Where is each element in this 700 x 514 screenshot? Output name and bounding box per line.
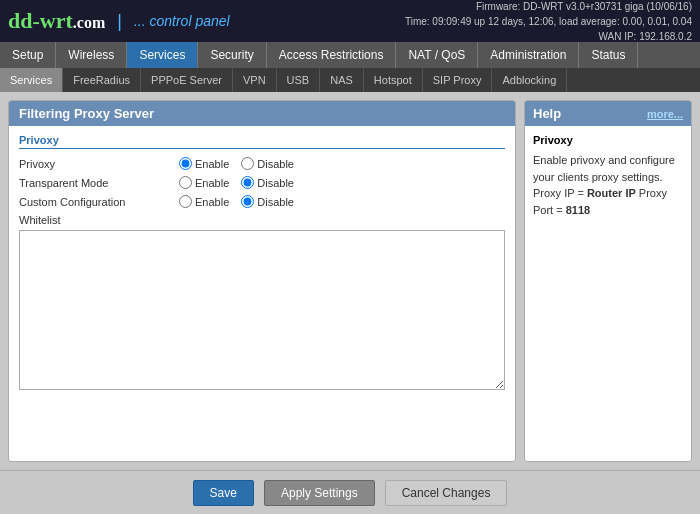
- nav2-services[interactable]: Services: [0, 68, 63, 92]
- transparent-disable-radio[interactable]: [241, 176, 254, 189]
- privoxy-enable-radio[interactable]: [179, 157, 192, 170]
- privoxy-disable-radio[interactable]: [241, 157, 254, 170]
- nav2-sip-proxy[interactable]: SIP Proxy: [423, 68, 493, 92]
- more-link[interactable]: more...: [647, 108, 683, 120]
- custom-config-row: Custom Configuration Enable Disable: [19, 195, 505, 208]
- apply-settings-button[interactable]: Apply Settings: [264, 480, 375, 506]
- save-button[interactable]: Save: [193, 480, 254, 506]
- privoxy-label: Privoxy: [19, 158, 179, 170]
- nav2-nas[interactable]: NAS: [320, 68, 364, 92]
- nav2: Services FreeRadius PPPoE Server VPN USB…: [0, 68, 700, 92]
- firmware-version: Firmware: DD-WRT v3.0+r30731 giga (10/06…: [405, 0, 692, 14]
- help-title: Help: [533, 106, 561, 121]
- nav2-usb[interactable]: USB: [277, 68, 321, 92]
- nav2-pppoe-server[interactable]: PPPoE Server: [141, 68, 233, 92]
- section-label: Privoxy: [19, 134, 505, 149]
- nav1: Setup Wireless Services Security Access …: [0, 42, 700, 68]
- help-content: Privoxy Enable privoxy and configure you…: [525, 126, 691, 226]
- panel-title: Filtering Proxy Server: [9, 101, 515, 126]
- right-panel: Help more... Privoxy Enable privoxy and …: [524, 100, 692, 462]
- left-panel: Filtering Proxy Server Privoxy Privoxy E…: [8, 100, 516, 462]
- nav1-nat-qos[interactable]: NAT / QoS: [396, 42, 478, 68]
- logo: dd-wrt.com: [8, 8, 105, 34]
- transparent-mode-label: Transparent Mode: [19, 177, 179, 189]
- privoxy-enable-option[interactable]: Enable: [179, 157, 229, 170]
- transparent-disable-option[interactable]: Disable: [241, 176, 294, 189]
- custom-disable-radio[interactable]: [241, 195, 254, 208]
- custom-enable-radio[interactable]: [179, 195, 192, 208]
- help-panel-header: Help more...: [525, 101, 691, 126]
- custom-disable-option[interactable]: Disable: [241, 195, 294, 208]
- nav1-setup[interactable]: Setup: [0, 42, 56, 68]
- help-subtitle: Privoxy: [533, 134, 683, 146]
- whitelist-textarea[interactable]: [19, 230, 505, 390]
- nav1-status[interactable]: Status: [579, 42, 638, 68]
- privoxy-radio-group: Enable Disable: [179, 157, 294, 170]
- transparent-enable-radio[interactable]: [179, 176, 192, 189]
- nav1-administration[interactable]: Administration: [478, 42, 579, 68]
- privoxy-disable-option[interactable]: Disable: [241, 157, 294, 170]
- custom-config-label: Custom Configuration: [19, 196, 179, 208]
- transparent-mode-row: Transparent Mode Enable Disable: [19, 176, 505, 189]
- transparent-radio-group: Enable Disable: [179, 176, 294, 189]
- nav1-services[interactable]: Services: [127, 42, 198, 68]
- cancel-changes-button[interactable]: Cancel Changes: [385, 480, 508, 506]
- nav2-vpn[interactable]: VPN: [233, 68, 277, 92]
- transparent-enable-option[interactable]: Enable: [179, 176, 229, 189]
- logo-area: dd-wrt.com | ... control panel: [8, 8, 230, 34]
- privoxy-section: Privoxy Privoxy Enable Disable Transpare…: [9, 126, 515, 401]
- nav1-wireless[interactable]: Wireless: [56, 42, 127, 68]
- header: dd-wrt.com | ... control panel Firmware:…: [0, 0, 700, 42]
- help-description: Enable privoxy and configure your client…: [533, 152, 683, 218]
- firmware-info: Firmware: DD-WRT v3.0+r30731 giga (10/06…: [405, 0, 692, 44]
- nav2-freeradius[interactable]: FreeRadius: [63, 68, 141, 92]
- custom-config-radio-group: Enable Disable: [179, 195, 294, 208]
- nav2-hotspot[interactable]: Hotspot: [364, 68, 423, 92]
- nav1-access-restrictions[interactable]: Access Restrictions: [267, 42, 397, 68]
- logo-divider: |: [117, 11, 122, 32]
- footer: Save Apply Settings Cancel Changes: [0, 470, 700, 514]
- custom-enable-option[interactable]: Enable: [179, 195, 229, 208]
- control-panel-label: ... control panel: [134, 13, 230, 29]
- uptime: Time: 09:09:49 up 12 days, 12:06, load a…: [405, 14, 692, 29]
- privoxy-row: Privoxy Enable Disable: [19, 157, 505, 170]
- whitelist-label: Whitelist: [19, 214, 505, 226]
- main-content: Filtering Proxy Server Privoxy Privoxy E…: [0, 92, 700, 470]
- nav2-adblocking[interactable]: Adblocking: [492, 68, 567, 92]
- nav1-security[interactable]: Security: [198, 42, 266, 68]
